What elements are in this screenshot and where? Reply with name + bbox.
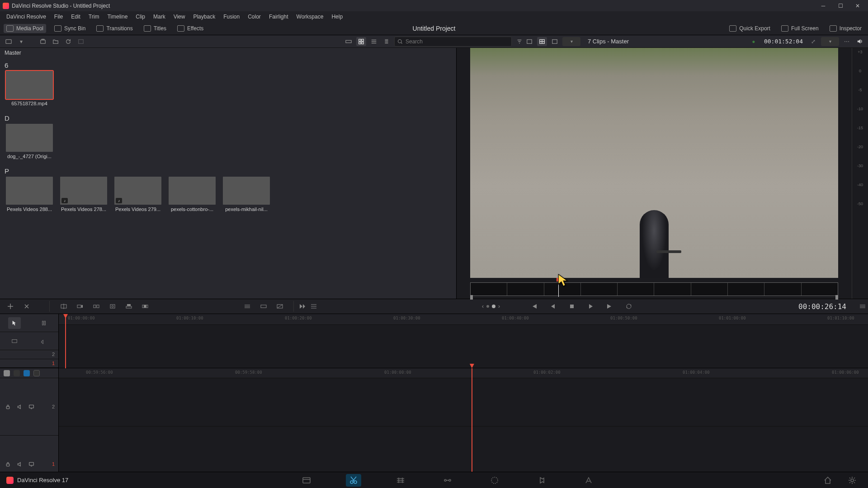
transport-timecode[interactable]: 00:00:26:14 (798, 302, 846, 311)
inspector-toggle[interactable]: Inspector (827, 24, 864, 33)
place-on-top-button[interactable] (123, 301, 135, 312)
blade-tool[interactable] (21, 301, 33, 312)
menu-clip[interactable]: Clip (132, 13, 149, 21)
viewer-zoom-dropdown[interactable]: ▾ (562, 37, 580, 46)
track-monitor-icon[interactable] (27, 403, 35, 411)
overview-tracks-area[interactable] (59, 325, 868, 368)
menu-color[interactable]: Color (244, 13, 264, 21)
import-media-button[interactable] (38, 37, 48, 46)
menu-edit[interactable]: Edit (67, 13, 84, 21)
source-overwrite-button[interactable] (139, 301, 151, 312)
menu-file[interactable]: File (51, 13, 66, 21)
media-clip[interactable]: pexels-mikhail-nil... (222, 177, 271, 212)
bin-view-chevron[interactable]: ▾ (16, 37, 26, 46)
sync-bin-toggle[interactable]: Sync Bin (52, 24, 88, 33)
media-clip[interactable]: dog_-_4727 (Origi... (5, 124, 54, 159)
menu-davinci-resolve[interactable]: DaVinci Resolve (3, 13, 50, 21)
viewer-master-timecode[interactable]: 00:01:52:04 (761, 38, 806, 45)
viewer-crop-button[interactable] (550, 37, 560, 46)
track-monitor-icon[interactable] (27, 460, 35, 468)
timeline-options-button[interactable] (310, 301, 317, 312)
overview-playhead[interactable] (63, 314, 68, 319)
menu-view[interactable]: View (170, 13, 189, 21)
window-close-button[interactable]: ✕ (850, 1, 865, 10)
thumbnail-view-button[interactable] (356, 37, 366, 46)
link-toggle[interactable] (24, 370, 30, 376)
trim-mode-button[interactable] (241, 301, 253, 312)
append-button[interactable] (74, 301, 86, 312)
menu-mark[interactable]: Mark (150, 13, 169, 21)
media-pool-toggle[interactable]: Media Pool (4, 24, 46, 33)
go-to-start-button[interactable] (528, 301, 540, 312)
speaker-icon[interactable] (854, 37, 864, 46)
snap-toggle[interactable] (4, 370, 10, 376)
edit-page[interactable] (393, 474, 408, 487)
stop-button[interactable] (566, 301, 578, 312)
viewer-scrubber[interactable] (470, 278, 838, 299)
go-to-end-button[interactable] (604, 301, 616, 312)
viewer-options-button[interactable]: ⋯ (842, 37, 852, 46)
jog-control[interactable]: ‹› (482, 303, 500, 310)
search-field[interactable] (406, 38, 509, 45)
detail-playhead[interactable] (472, 368, 472, 488)
media-clip[interactable]: 657518728.mp4 (5, 71, 54, 106)
fast-review-button[interactable] (298, 301, 306, 312)
menu-timeline[interactable]: Timeline (104, 13, 131, 21)
bin-breadcrumb[interactable]: Master (0, 48, 456, 58)
strip-view-button[interactable] (344, 37, 354, 46)
settings-button[interactable] (844, 474, 860, 487)
scrubber-playhead[interactable] (558, 279, 559, 297)
import-folder-button[interactable] (51, 37, 61, 46)
options-button[interactable] (76, 37, 86, 46)
overview-track-v2[interactable]: 2 (0, 350, 58, 359)
dissolve-button[interactable] (274, 301, 286, 312)
window-maximize-button[interactable]: ☐ (833, 1, 848, 10)
search-input[interactable] (394, 37, 512, 47)
media-clip[interactable]: ♪Pexels Videos 278... (59, 177, 108, 212)
sync-lock-toggle[interactable] (33, 370, 40, 376)
menu-workspace[interactable]: Workspace (293, 13, 327, 21)
home-button[interactable] (820, 474, 835, 487)
media-clip[interactable]: ♪Pexels Videos 279... (113, 177, 163, 212)
video-track-header[interactable]: 2 (0, 378, 58, 436)
marker-toggle[interactable] (14, 370, 20, 376)
play-button[interactable] (585, 301, 597, 312)
viewer-mode-dropdown[interactable]: ▾ (821, 37, 839, 46)
timeline-audio-sync[interactable] (38, 335, 50, 347)
smart-insert-button[interactable] (58, 301, 70, 312)
split-clip-button[interactable] (258, 301, 269, 312)
menu-playback[interactable]: Playback (189, 13, 219, 21)
play-reverse-button[interactable] (547, 301, 559, 312)
overview-track-v1[interactable]: 1 (0, 359, 58, 368)
metadata-view-button[interactable] (382, 37, 392, 46)
full-screen-button[interactable]: Full Screen (778, 24, 821, 33)
menu-fusion[interactable]: Fusion (220, 13, 243, 21)
smart-insert-tool[interactable] (5, 301, 16, 312)
media-clip[interactable]: Pexels Videos 288... (5, 177, 54, 212)
transitions-toggle[interactable]: Transitions (94, 24, 135, 33)
track-mute-icon[interactable] (15, 403, 24, 411)
list-view-button[interactable] (369, 37, 379, 46)
quick-export-button[interactable]: Quick Export (726, 24, 773, 33)
media-clip[interactable]: pexels-cottonbro-... (167, 177, 217, 212)
source-viewer[interactable] (470, 48, 838, 278)
scrubber-track[interactable] (470, 282, 838, 296)
timeline-trim-mode[interactable] (38, 317, 50, 329)
close-up-button[interactable] (107, 301, 118, 312)
bin-view-dropdown[interactable] (4, 37, 14, 46)
fusion-page[interactable] (440, 474, 455, 487)
overview-ruler[interactable]: 01:00:00:0001:00:10:0001:00:20:0001:00:3… (59, 314, 868, 325)
window-minimize-button[interactable]: ─ (816, 1, 831, 10)
viewer-expand-button[interactable]: ⤢ (808, 37, 818, 46)
viewer-transform-button[interactable] (537, 37, 547, 46)
deliver-page[interactable] (581, 474, 596, 487)
loop-button[interactable] (623, 301, 635, 312)
timeline-menu-button[interactable] (859, 301, 866, 312)
sort-button[interactable] (514, 37, 524, 46)
track-mute-icon[interactable] (15, 460, 24, 468)
scrubber-range[interactable] (470, 296, 838, 299)
menu-trim[interactable]: Trim (85, 13, 103, 21)
titles-toggle[interactable]: Titles (141, 24, 169, 33)
color-page[interactable] (487, 474, 502, 487)
menu-fairlight[interactable]: Fairlight (265, 13, 292, 21)
